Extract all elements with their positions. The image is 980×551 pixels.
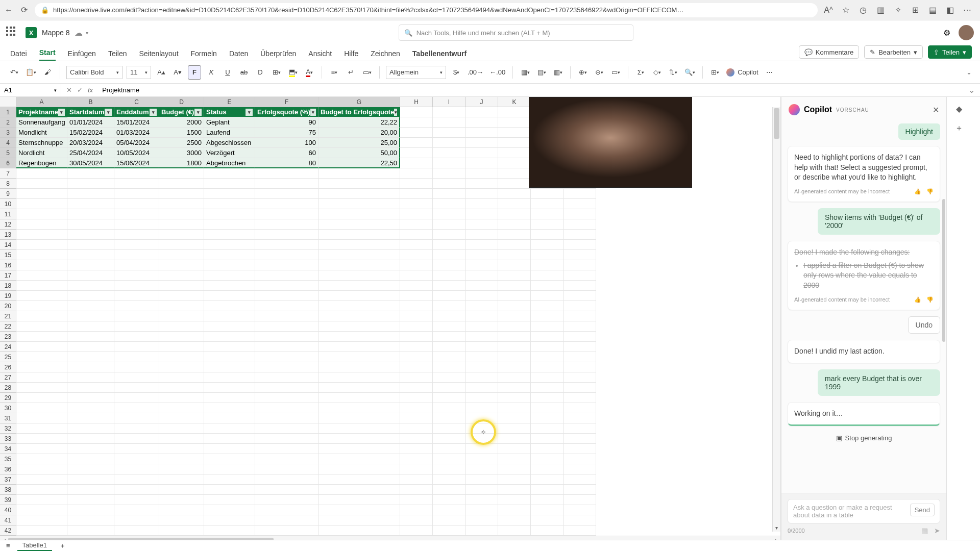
cell[interactable] [400,403,433,413]
cell[interactable] [255,372,318,383]
cell[interactable] [465,372,498,383]
cell[interactable] [114,260,159,270]
cell[interactable] [67,230,114,240]
cell[interactable] [465,393,498,403]
cell[interactable] [255,485,318,495]
cell[interactable] [465,199,498,209]
cell[interactable] [564,464,596,474]
cell[interactable] [318,179,400,189]
cell[interactable] [318,485,400,495]
cell[interactable] [114,321,159,332]
table-cell[interactable]: 60 [255,148,318,158]
cell[interactable] [204,423,255,434]
row-header[interactable]: 9 [0,189,16,199]
cell[interactable] [531,260,564,270]
comments-button[interactable]: 💬Kommentare [799,45,859,59]
cell[interactable] [159,444,204,454]
cell[interactable] [400,342,433,352]
clear-button[interactable]: ◇▾ [651,65,663,80]
cell[interactable] [564,321,596,332]
thumbs-up-icon[interactable]: 👍 [914,188,921,195]
cell[interactable] [204,301,255,311]
cell[interactable] [16,474,67,485]
table-cell[interactable]: 10/05/2024 [114,148,159,158]
cell[interactable] [531,240,564,250]
table-cell[interactable]: Verzögert [204,148,255,158]
cell[interactable] [400,301,433,311]
thumbs-up-icon[interactable]: 👍 [914,296,921,304]
cell[interactable] [255,434,318,444]
table-cell[interactable]: 25/04/2024 [67,148,114,158]
cell[interactable] [498,332,531,342]
cell[interactable] [318,515,400,525]
cell[interactable] [465,403,498,413]
cell[interactable] [400,321,433,332]
cell[interactable] [255,168,318,179]
table-cell[interactable]: 2500 [159,138,204,148]
tab-ansicht[interactable]: Ansicht [308,49,332,61]
paste-button[interactable]: 📋▾ [24,65,37,80]
document-name[interactable]: Mappe 8 [42,29,69,37]
cell[interactable] [204,240,255,250]
cell[interactable] [159,189,204,199]
cell[interactable] [159,179,204,189]
table-header-cell[interactable]: Status▾ [204,107,255,117]
cell[interactable] [318,189,400,199]
cell[interactable] [204,352,255,362]
find-button[interactable]: 🔍▾ [683,65,696,80]
strike-button[interactable]: ab [238,65,250,80]
cell[interactable] [16,291,67,301]
cell[interactable] [204,372,255,383]
cell[interactable] [433,505,465,515]
cell[interactable] [159,485,204,495]
cell[interactable] [67,474,114,485]
column-header[interactable]: A [16,97,67,107]
cell[interactable] [564,423,596,434]
cell[interactable] [16,332,67,342]
table-cell[interactable]: 15/06/2024 [114,158,159,168]
cell[interactable] [159,301,204,311]
cell[interactable] [204,189,255,199]
cell[interactable] [67,219,114,230]
cell[interactable] [318,301,400,311]
cell[interactable] [531,342,564,352]
table-cell[interactable]: Nordlicht [16,148,67,158]
cell[interactable] [498,423,531,434]
cell[interactable] [564,301,596,311]
row-header[interactable]: 17 [0,270,16,281]
cell[interactable] [564,413,596,423]
cell[interactable] [531,515,564,525]
cell[interactable] [433,383,465,393]
cell[interactable] [400,515,433,525]
cell[interactable] [114,250,159,260]
cell[interactable] [433,107,465,117]
cell[interactable] [531,199,564,209]
cell[interactable] [318,393,400,403]
tab-tabellenentwurf[interactable]: Tabellenentwurf [412,49,467,61]
more-ribbon-button[interactable]: ⋯ [764,65,776,80]
row-header[interactable]: 23 [0,332,16,342]
column-header[interactable]: I [433,97,465,107]
cell[interactable] [433,495,465,505]
add-sheet-button[interactable]: ＋ [59,541,66,550]
cell[interactable] [114,209,159,219]
cell[interactable] [433,372,465,383]
cell[interactable] [114,301,159,311]
share-button[interactable]: ⇪Teilen▾ [928,45,972,59]
cell[interactable] [114,179,159,189]
row-header[interactable]: 40 [0,505,16,515]
cell[interactable] [433,515,465,525]
cell[interactable] [159,525,204,536]
cell[interactable] [16,485,67,495]
cell[interactable] [400,199,433,209]
table-cell[interactable]: 50,00 [318,148,400,158]
table-cell[interactable]: 22,22 [318,117,400,128]
row-header[interactable]: 22 [0,321,16,332]
cell[interactable] [255,179,318,189]
cell[interactable] [564,372,596,383]
cell[interactable] [465,179,498,189]
table-header-cell[interactable]: Startdatum▾ [67,107,114,117]
user-avatar[interactable] [959,25,974,40]
cell[interactable] [159,372,204,383]
thumbs-down-icon[interactable]: 👎 [926,188,934,195]
